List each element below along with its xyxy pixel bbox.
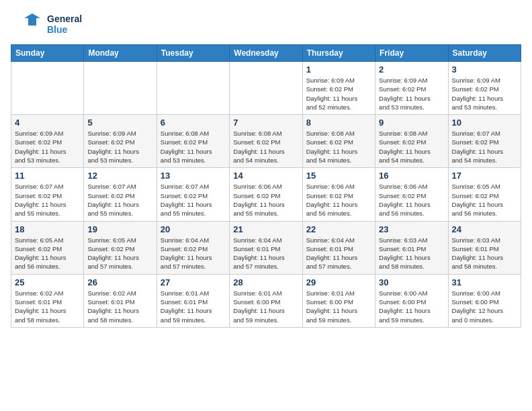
- calendar-cell: [84, 62, 157, 115]
- day-number: 8: [306, 118, 371, 128]
- calendar-cell: 15Sunrise: 6:06 AM Sunset: 6:02 PM Dayli…: [302, 168, 375, 221]
- calendar-cell: 2Sunrise: 6:09 AM Sunset: 6:02 PM Daylig…: [375, 62, 448, 115]
- day-info: Sunrise: 6:01 AM Sunset: 6:00 PM Dayligh…: [306, 289, 371, 324]
- column-header-saturday: Saturday: [448, 45, 521, 62]
- day-info: Sunrise: 6:02 AM Sunset: 6:01 PM Dayligh…: [15, 289, 80, 324]
- calendar-cell: 7Sunrise: 6:08 AM Sunset: 6:02 PM Daylig…: [230, 115, 302, 168]
- day-number: 18: [15, 224, 80, 234]
- day-number: 28: [233, 277, 298, 287]
- calendar-cell: 27Sunrise: 6:01 AM Sunset: 6:01 PM Dayli…: [157, 274, 229, 327]
- day-number: 26: [87, 277, 152, 287]
- calendar-cell: 26Sunrise: 6:02 AM Sunset: 6:01 PM Dayli…: [84, 274, 157, 327]
- calendar-cell: [11, 62, 84, 115]
- column-header-thursday: Thursday: [302, 45, 375, 62]
- calendar-cell: 20Sunrise: 6:04 AM Sunset: 6:02 PM Dayli…: [157, 221, 229, 274]
- day-info: Sunrise: 6:08 AM Sunset: 6:02 PM Dayligh…: [306, 129, 371, 165]
- day-number: 1: [306, 64, 371, 75]
- day-number: 9: [379, 118, 444, 128]
- column-header-tuesday: Tuesday: [157, 45, 229, 62]
- day-info: Sunrise: 6:08 AM Sunset: 6:02 PM Dayligh…: [161, 129, 226, 165]
- day-number: 5: [87, 118, 152, 128]
- calendar-cell: 16Sunrise: 6:06 AM Sunset: 6:02 PM Dayli…: [375, 168, 448, 221]
- day-info: Sunrise: 6:09 AM Sunset: 6:02 PM Dayligh…: [306, 76, 371, 111]
- day-number: 7: [233, 118, 298, 128]
- calendar-cell: 22Sunrise: 6:04 AM Sunset: 6:01 PM Dayli…: [302, 221, 375, 274]
- calendar-week-row: 4Sunrise: 6:09 AM Sunset: 6:02 PM Daylig…: [11, 115, 521, 168]
- day-number: 15: [306, 171, 371, 181]
- calendar-cell: 9Sunrise: 6:08 AM Sunset: 6:02 PM Daylig…: [375, 115, 448, 168]
- day-number: 12: [87, 171, 152, 181]
- calendar-cell: 8Sunrise: 6:08 AM Sunset: 6:02 PM Daylig…: [302, 115, 375, 168]
- day-info: Sunrise: 6:09 AM Sunset: 6:02 PM Dayligh…: [15, 129, 80, 165]
- calendar-cell: [157, 62, 229, 115]
- day-number: 14: [233, 171, 298, 181]
- day-number: 22: [306, 224, 371, 234]
- day-number: 21: [233, 224, 298, 234]
- calendar-cell: 4Sunrise: 6:09 AM Sunset: 6:02 PM Daylig…: [11, 115, 84, 168]
- day-info: Sunrise: 6:02 AM Sunset: 6:01 PM Dayligh…: [87, 289, 152, 324]
- day-info: Sunrise: 6:04 AM Sunset: 6:01 PM Dayligh…: [306, 236, 371, 271]
- calendar-header-row: SundayMondayTuesdayWednesdayThursdayFrid…: [11, 45, 521, 62]
- day-number: 2: [379, 64, 444, 75]
- day-info: Sunrise: 6:07 AM Sunset: 6:02 PM Dayligh…: [87, 182, 152, 218]
- calendar-cell: 5Sunrise: 6:09 AM Sunset: 6:02 PM Daylig…: [84, 115, 157, 168]
- day-info: Sunrise: 6:00 AM Sunset: 6:00 PM Dayligh…: [452, 289, 517, 324]
- calendar-cell: 25Sunrise: 6:02 AM Sunset: 6:01 PM Dayli…: [11, 274, 84, 327]
- day-info: Sunrise: 6:06 AM Sunset: 6:02 PM Dayligh…: [379, 182, 444, 218]
- day-info: Sunrise: 6:00 AM Sunset: 6:00 PM Dayligh…: [379, 289, 444, 324]
- calendar-cell: 30Sunrise: 6:00 AM Sunset: 6:00 PM Dayli…: [375, 274, 448, 327]
- day-number: 19: [87, 224, 152, 234]
- day-info: Sunrise: 6:03 AM Sunset: 6:01 PM Dayligh…: [452, 236, 517, 271]
- day-info: Sunrise: 6:09 AM Sunset: 6:02 PM Dayligh…: [379, 76, 444, 111]
- page-header: General Blue: [11, 11, 521, 38]
- calendar-cell: 14Sunrise: 6:06 AM Sunset: 6:02 PM Dayli…: [230, 168, 302, 221]
- logo: General Blue: [11, 11, 82, 38]
- day-info: Sunrise: 6:01 AM Sunset: 6:01 PM Dayligh…: [161, 289, 226, 324]
- day-info: Sunrise: 6:06 AM Sunset: 6:02 PM Dayligh…: [233, 182, 298, 218]
- day-info: Sunrise: 6:04 AM Sunset: 6:01 PM Dayligh…: [233, 236, 298, 271]
- calendar-table: SundayMondayTuesdayWednesdayThursdayFrid…: [11, 44, 521, 328]
- calendar-cell: 29Sunrise: 6:01 AM Sunset: 6:00 PM Dayli…: [302, 274, 375, 327]
- logo-line1: General: [47, 13, 82, 24]
- calendar-week-row: 18Sunrise: 6:05 AM Sunset: 6:02 PM Dayli…: [11, 221, 521, 274]
- day-info: Sunrise: 6:07 AM Sunset: 6:02 PM Dayligh…: [161, 182, 226, 218]
- svg-marker-0: [24, 13, 40, 26]
- day-info: Sunrise: 6:04 AM Sunset: 6:02 PM Dayligh…: [161, 236, 226, 271]
- calendar-cell: 11Sunrise: 6:07 AM Sunset: 6:02 PM Dayli…: [11, 168, 84, 221]
- calendar-cell: 6Sunrise: 6:08 AM Sunset: 6:02 PM Daylig…: [157, 115, 229, 168]
- day-info: Sunrise: 6:05 AM Sunset: 6:02 PM Dayligh…: [452, 182, 517, 218]
- day-number: 4: [15, 118, 80, 128]
- day-number: 29: [306, 277, 371, 287]
- day-info: Sunrise: 6:09 AM Sunset: 6:02 PM Dayligh…: [452, 76, 517, 111]
- calendar-week-row: 1Sunrise: 6:09 AM Sunset: 6:02 PM Daylig…: [11, 62, 521, 115]
- calendar-cell: 19Sunrise: 6:05 AM Sunset: 6:02 PM Dayli…: [84, 221, 157, 274]
- day-info: Sunrise: 6:08 AM Sunset: 6:02 PM Dayligh…: [379, 129, 444, 165]
- day-info: Sunrise: 6:09 AM Sunset: 6:02 PM Dayligh…: [87, 129, 152, 165]
- calendar-cell: 1Sunrise: 6:09 AM Sunset: 6:02 PM Daylig…: [302, 62, 375, 115]
- calendar-cell: 17Sunrise: 6:05 AM Sunset: 6:02 PM Dayli…: [448, 168, 521, 221]
- calendar-cell: 31Sunrise: 6:00 AM Sunset: 6:00 PM Dayli…: [448, 274, 521, 327]
- day-number: 11: [15, 171, 80, 181]
- calendar-cell: 3Sunrise: 6:09 AM Sunset: 6:02 PM Daylig…: [448, 62, 521, 115]
- day-info: Sunrise: 6:06 AM Sunset: 6:02 PM Dayligh…: [306, 182, 371, 218]
- day-number: 13: [161, 171, 226, 181]
- day-number: 16: [379, 171, 444, 181]
- calendar-cell: 28Sunrise: 6:01 AM Sunset: 6:00 PM Dayli…: [230, 274, 302, 327]
- day-number: 25: [15, 277, 80, 287]
- logo-icon: [11, 11, 44, 38]
- calendar-cell: 23Sunrise: 6:03 AM Sunset: 6:01 PM Dayli…: [375, 221, 448, 274]
- day-number: 3: [452, 64, 517, 75]
- day-number: 20: [161, 224, 226, 234]
- column-header-monday: Monday: [84, 45, 157, 62]
- calendar-cell: 12Sunrise: 6:07 AM Sunset: 6:02 PM Dayli…: [84, 168, 157, 221]
- column-header-sunday: Sunday: [11, 45, 84, 62]
- day-info: Sunrise: 6:05 AM Sunset: 6:02 PM Dayligh…: [87, 236, 152, 271]
- calendar-cell: [230, 62, 302, 115]
- day-number: 10: [452, 118, 517, 128]
- calendar-week-row: 11Sunrise: 6:07 AM Sunset: 6:02 PM Dayli…: [11, 168, 521, 221]
- day-info: Sunrise: 6:03 AM Sunset: 6:01 PM Dayligh…: [379, 236, 444, 271]
- day-number: 23: [379, 224, 444, 234]
- logo-line2: Blue: [47, 24, 82, 35]
- calendar-cell: 24Sunrise: 6:03 AM Sunset: 6:01 PM Dayli…: [448, 221, 521, 274]
- calendar-cell: 18Sunrise: 6:05 AM Sunset: 6:02 PM Dayli…: [11, 221, 84, 274]
